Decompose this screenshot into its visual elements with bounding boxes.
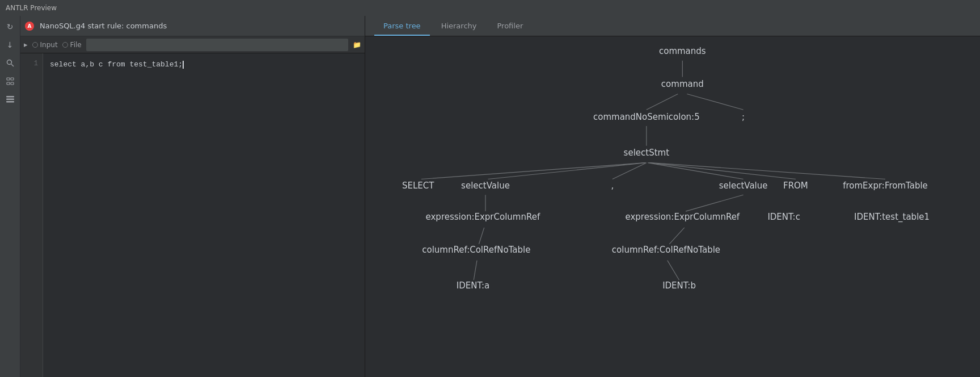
sidebar-search-icon[interactable] [3,56,18,70]
file-radio[interactable] [62,42,68,48]
tabs-bar: Parse tree Hierarchy Profiler [365,16,980,36]
tab-parse-tree-label: Parse tree [383,22,421,30]
svg-line-1 [11,64,14,66]
node-command-no-semicolon: commandNoSemicolon:5 [593,112,700,122]
node-comma: , [611,181,614,191]
svg-rect-3 [11,78,14,80]
node-ident-c: IDENT:c [767,212,800,222]
app-title: ANTLR Preview [6,4,57,12]
node-select-keyword: SELECT [402,181,434,191]
sidebar-tree-icon[interactable] [3,74,18,89]
code-line-1: select a,b c from test_table1; [50,60,183,69]
svg-line-16 [648,163,743,179]
svg-line-22 [669,228,685,244]
left-panel-title: NanoSQL.g4 start rule: commands [40,22,167,30]
node-ident-test-table1: IDENT:test_table1 [854,212,930,223]
node-select-stmt: selectStmt [624,148,670,158]
tab-hierarchy[interactable]: Hierarchy [432,18,486,36]
svg-point-0 [7,60,11,65]
svg-rect-4 [7,82,10,85]
svg-rect-8 [6,101,14,103]
node-ident-b: IDENT:b [662,280,696,291]
node-from-expr: fromExpr:FromTable [843,181,928,191]
tab-hierarchy-label: Hierarchy [441,22,477,30]
node-expression-1: expression:ExprColumnRef [426,212,540,222]
code-editor: 1 select a,b c from test_table1; [20,53,365,377]
parse-tree-container[interactable]: commands command commandNoSemicolon:5 ; … [365,36,980,377]
node-select-value-1: selectValue [461,181,510,191]
text-cursor [183,61,184,69]
antlr-icon: A [25,22,34,31]
code-content[interactable]: select a,b c from test_table1; [43,53,365,377]
node-ident-a: IDENT:a [457,280,489,291]
svg-line-21 [479,228,484,244]
sidebar-download-icon[interactable]: ↓ [3,37,18,52]
tab-profiler[interactable]: Profiler [488,18,532,36]
svg-line-15 [612,163,647,179]
svg-line-20 [686,195,744,211]
collapse-icon[interactable]: ▸ [24,40,28,49]
parse-tree-svg: commands command commandNoSemicolon:5 ; … [365,36,980,377]
file-path-input[interactable] [86,39,348,51]
sidebar-list-icon[interactable] [3,92,18,107]
svg-line-13 [421,163,645,179]
node-select-value-2: selectValue [719,181,768,191]
sidebar: ↻ ↓ [0,16,20,377]
file-label: File [70,41,82,49]
svg-line-17 [649,163,795,179]
svg-line-24 [668,261,679,280]
left-panel-header: A NanoSQL.g4 start rule: commands [20,16,365,36]
title-bar: ANTLR Preview [0,0,980,16]
line-numbers: 1 [20,53,43,377]
tab-parse-tree[interactable]: Parse tree [374,18,430,36]
svg-line-18 [650,163,885,179]
input-radio-label: Input [32,41,58,49]
tab-profiler-label: Profiler [497,22,523,30]
input-label: Input [40,41,58,49]
node-semicolon: ; [742,112,745,122]
svg-line-23 [474,261,477,280]
file-radio-label: File [62,41,82,49]
line-number-1: 1 [20,58,38,70]
node-col-ref-2: columnRef:ColRefNoTable [612,245,720,255]
browse-file-icon[interactable]: 📁 [353,41,361,49]
antlr-icon-label: A [28,23,32,29]
node-command: command [661,79,704,89]
svg-rect-7 [6,99,14,100]
node-expression-2: expression:ExprColumnRef [625,212,740,222]
right-panel: Parse tree Hierarchy Profiler [365,16,980,377]
svg-line-10 [647,94,678,110]
svg-rect-5 [11,82,14,85]
left-panel: A NanoSQL.g4 start rule: commands ▸ Inpu… [20,16,365,377]
input-radio[interactable] [32,42,38,48]
svg-rect-6 [6,96,14,98]
input-file-bar: ▸ Input File 📁 [20,36,365,53]
svg-line-11 [687,94,743,110]
svg-rect-2 [7,78,10,80]
node-from-keyword: FROM [783,181,808,191]
sidebar-refresh-icon[interactable]: ↻ [3,19,18,34]
svg-line-14 [488,163,646,179]
node-commands: commands [659,46,706,56]
node-col-ref-1: columnRef:ColRefNoTable [422,245,530,255]
